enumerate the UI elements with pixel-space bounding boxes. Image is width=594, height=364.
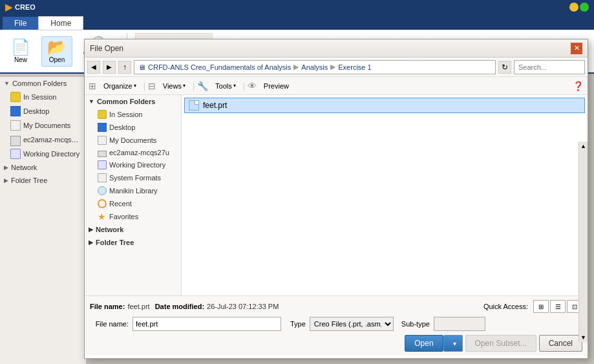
creo-logo-icon: ▶	[5, 2, 12, 12]
sidebar-in-session-label: In Session	[23, 93, 56, 101]
preview-button[interactable]: Preview	[259, 80, 293, 92]
sidebar-network-label: Network	[11, 164, 37, 171]
file-item-name: feet.prt	[203, 101, 227, 110]
preview-icon[interactable]: 👁	[248, 81, 257, 91]
maximize-btn[interactable]	[580, 3, 589, 12]
path-icon: 🖥	[138, 63, 145, 71]
nav-item-desktop[interactable]: Desktop	[85, 121, 181, 134]
subtype-input[interactable]	[434, 317, 485, 331]
tab-home[interactable]: Home	[38, 16, 83, 30]
nav-item-in-session[interactable]: In Session	[85, 108, 181, 121]
nav-item-recent[interactable]: Recent	[85, 197, 181, 210]
path-sep-1: ▶	[293, 63, 299, 71]
chevron-views-icon: ▾	[183, 83, 186, 89]
scroll-up-icon[interactable]: ▲	[580, 143, 586, 149]
filename-info-value: feet.prt	[127, 303, 149, 310]
fileinfo-row: File name: feet.prt Date modified: 26-Ju…	[90, 300, 582, 313]
nav-desktop-icon	[98, 123, 107, 132]
date-modified-value: 26-Jul-23 07:12:33 PM	[207, 303, 279, 310]
sidebar-item-my-documents[interactable]: My Documents	[0, 118, 86, 133]
nav-network-header[interactable]: ▶ Network	[85, 223, 181, 236]
title-bar: ▶ CREO	[0, 0, 594, 14]
address-path[interactable]: 🖥 CRFD-ANLS Creo_Fundamentals of Analysi…	[134, 60, 496, 74]
tools-button[interactable]: Tools ▾	[211, 80, 240, 92]
forward-button[interactable]: ▶	[103, 61, 116, 74]
nav-folder-tree-header[interactable]: ▶ Folder Tree	[85, 236, 181, 249]
filename-input[interactable]	[133, 317, 281, 331]
dialog-close-button[interactable]: ✕	[571, 43, 582, 54]
ribbon-tabs: File Home	[0, 14, 594, 30]
sidebar-common-folders-header[interactable]: ▼ Common Folders	[0, 77, 86, 90]
sidebar-network-header[interactable]: ▶ Network	[0, 161, 86, 174]
back-button[interactable]: ◀	[87, 61, 100, 74]
nav-manikin-icon	[98, 186, 107, 195]
chevron-organize-icon: ▾	[134, 83, 136, 89]
computer-icon	[10, 136, 21, 146]
help-icon[interactable]: ❓	[573, 81, 584, 91]
toolbar-sep-3: |	[243, 81, 245, 91]
app-name: CREO	[15, 3, 36, 11]
search-input[interactable]	[514, 60, 585, 74]
open-icon: 📂	[47, 39, 67, 55]
nav-item-working-dir[interactable]: Working Directory	[85, 158, 181, 171]
nav-network-label: Network	[96, 226, 123, 233]
file-toolbar: ⊞ Organize ▾ | ⊟ Views ▾ | 🔧 Tools ▾ | 👁…	[85, 77, 588, 95]
sidebar-item-desktop[interactable]: Desktop	[0, 104, 86, 118]
organize-button[interactable]: Organize ▾	[99, 80, 141, 92]
nav-desktop-label: Desktop	[109, 123, 135, 131]
chevron-right-icon-2: ▶	[4, 177, 8, 184]
nav-folder-tree-chevron-icon: ▶	[89, 239, 93, 246]
nav-panel: ▼ Common Folders In Session Desktop My D…	[85, 95, 182, 295]
sidebar-docs-label: My Documents	[23, 122, 70, 129]
nav-item-manikin-lib[interactable]: Manikin Library	[85, 184, 181, 197]
dialog-bottom: File name: feet.prt Date modified: 26-Ju…	[85, 295, 588, 356]
up-button[interactable]: ↑	[118, 61, 131, 74]
sidebar-item-working-dir[interactable]: Working Directory	[0, 147, 86, 161]
file-item-feet-prt[interactable]: feet.prt	[184, 98, 585, 113]
chevron-right-icon: ▶	[4, 164, 8, 171]
nav-item-ec2amaz[interactable]: ec2amaz-mcqs27u	[85, 147, 181, 158]
desktop-icon	[10, 106, 21, 116]
filename-input-label: File name:	[90, 320, 129, 328]
filename-info-label: File name:	[90, 303, 125, 310]
tab-file[interactable]: File	[3, 17, 38, 30]
toolbar-icon-1[interactable]: ⊞	[89, 81, 96, 91]
file-open-dialog: File Open ✕ ◀ ▶ ↑ 🖥 CRFD-ANLS Creo_Funda…	[84, 39, 588, 359]
refresh-button[interactable]: ↻	[498, 61, 511, 74]
path-part-2: Analysis	[301, 63, 328, 71]
nav-item-my-documents[interactable]: My Documents	[85, 134, 181, 147]
nav-item-system-formats[interactable]: System Formats	[85, 171, 181, 184]
open-split-button[interactable]: ▾	[443, 335, 463, 352]
nav-common-folders-header[interactable]: ▼ Common Folders	[85, 95, 181, 108]
cancel-button[interactable]: Cancel	[539, 335, 582, 352]
sidebar-item-ec2amaz[interactable]: ec2amaz-mcqs27u	[0, 133, 86, 147]
workdir-icon	[10, 149, 21, 159]
minimize-btn[interactable]	[569, 3, 578, 12]
nav-recent-label: Recent	[109, 200, 132, 208]
nav-folder-tree-label: Folder Tree	[96, 239, 134, 246]
qa-btn-2[interactable]: ☰	[550, 300, 566, 313]
nav-workdir-label: Working Directory	[109, 161, 165, 169]
scrollbar[interactable]: ▲ ▼	[578, 142, 588, 342]
type-select[interactable]: Creo Files (.prt, .asm, .	[310, 317, 394, 331]
sidebar-common-folders-label: Common Folders	[12, 80, 67, 87]
open-button[interactable]: 📂 Open	[41, 36, 72, 67]
preview-label: Preview	[264, 82, 289, 90]
new-button[interactable]: 📄 New	[5, 36, 36, 67]
tools-icon[interactable]: 🔧	[197, 81, 208, 91]
nav-session-icon	[98, 110, 107, 119]
path-part-3: Exercise 1	[338, 63, 371, 71]
grid-icon[interactable]: ⊟	[148, 81, 156, 91]
nav-item-favorites[interactable]: ★ Favorites	[85, 210, 181, 223]
open-subset-button: Open Subset...	[465, 335, 536, 352]
open-button[interactable]: Open	[405, 335, 443, 352]
views-button[interactable]: Views ▾	[158, 80, 190, 92]
qa-btn-1[interactable]: ⊞	[533, 300, 549, 313]
new-icon: 📄	[11, 39, 30, 55]
sidebar-folder-tree-header[interactable]: ▶ Folder Tree	[0, 174, 86, 187]
sidebar-item-in-session[interactable]: In Session	[0, 90, 86, 104]
new-label: New	[14, 56, 27, 63]
sidebar-folder-tree-label: Folder Tree	[11, 177, 47, 184]
organize-label: Organize	[103, 82, 133, 90]
scroll-down-icon[interactable]: ▼	[580, 334, 586, 341]
